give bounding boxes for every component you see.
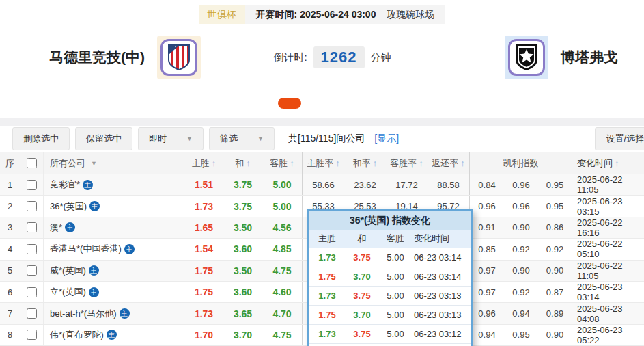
col-header-draw-rate-label: 和率 bbox=[353, 157, 371, 170]
popup-change-time: 06-23 03:14 bbox=[412, 271, 471, 282]
top-bar: 世俱杯 开赛时间: 2025-06-24 03:00 玫瑰碗球场 bbox=[0, 5, 644, 24]
draw-rate: 23.62 bbox=[344, 174, 386, 195]
company-cell[interactable]: 澳* 主 bbox=[44, 217, 184, 238]
popup-draw-odds: 3.75 bbox=[346, 252, 378, 263]
popup-col-home: 主胜 bbox=[309, 232, 346, 245]
sort-up-icon: ↑ bbox=[615, 158, 619, 168]
sort-up-icon: ↑ bbox=[246, 158, 251, 168]
change-time: 2025-06-23 04:08 bbox=[572, 303, 644, 323]
row-checkbox[interactable] bbox=[27, 201, 37, 211]
company-name: 伟*(直布罗陀) bbox=[50, 329, 104, 341]
col-header-away-odds[interactable]: 客胜↑ bbox=[262, 152, 303, 174]
home-team: 马德里竞技(中) bbox=[49, 36, 201, 79]
popup-row: 1.73 3.75 5.00 06-23 03:14 bbox=[309, 248, 471, 267]
kickoff-time: 开赛时间: 2025-06-24 03:00 bbox=[245, 5, 386, 24]
company-cell[interactable]: 36*(英国) 主 bbox=[44, 196, 184, 216]
company-cell[interactable]: 竞彩官* 主 bbox=[44, 174, 184, 195]
instant-dropdown[interactable]: 即时▼ bbox=[138, 127, 204, 150]
row-checkbox[interactable] bbox=[27, 287, 37, 297]
delete-selected-button[interactable]: 删除选中 bbox=[12, 127, 70, 150]
popup-change-time: 06-23 03:13 bbox=[412, 291, 471, 301]
company-cell[interactable]: 香港马*(中国香港) 主 bbox=[44, 239, 184, 259]
company-cell[interactable]: bet-at-h*(马尔他) 主 bbox=[44, 303, 184, 323]
select-all-checkbox[interactable] bbox=[27, 158, 37, 168]
row-checkbox[interactable] bbox=[27, 330, 37, 340]
col-header-draw-odds[interactable]: 和↑ bbox=[223, 152, 262, 174]
row-checkbox[interactable] bbox=[27, 244, 37, 254]
return-rate: 88.58 bbox=[428, 174, 470, 195]
away-odds: 4.56 bbox=[262, 217, 303, 238]
atletico-madrid-logo bbox=[160, 39, 197, 76]
popup-change-time: 06-23 03:14 bbox=[412, 252, 471, 263]
popup-home-odds: 1.73 bbox=[309, 252, 346, 263]
kelly-home: 0.91 bbox=[470, 217, 504, 238]
company-name: 威*(英国) bbox=[50, 265, 86, 277]
home-odds: 1.73 bbox=[184, 196, 223, 216]
draw-odds: 3.65 bbox=[223, 303, 262, 323]
col-header-return-rate-label: 返还率 bbox=[432, 157, 458, 170]
popup-home-odds: 1.73 bbox=[309, 329, 346, 339]
keep-selected-button[interactable]: 保留选中 bbox=[75, 127, 132, 150]
col-header-home-rate[interactable]: 主胜率↑ bbox=[303, 152, 344, 174]
popup-home-odds: 1.75 bbox=[309, 310, 346, 320]
draw-odds: 3.50 bbox=[223, 217, 262, 238]
col-header-return-rate[interactable]: 返还率↑ bbox=[428, 152, 470, 174]
home-odds: 1.65 bbox=[184, 217, 223, 238]
show-link[interactable]: [显示] bbox=[374, 133, 399, 145]
row-checkbox[interactable] bbox=[27, 265, 37, 276]
kelly-away: 0.86 bbox=[538, 217, 572, 238]
kelly-draw: 0.94 bbox=[504, 303, 538, 323]
popup-away-odds: 5.00 bbox=[378, 252, 412, 263]
row-index: 2 bbox=[0, 196, 20, 216]
change-time: 2025-06-23 05:22 bbox=[572, 325, 644, 345]
company-name: 竞彩官* bbox=[50, 178, 80, 191]
home-win-rate: 58.66 bbox=[303, 174, 344, 195]
home-badge-icon: 主 bbox=[89, 287, 99, 297]
home-odds: 1.75 bbox=[184, 261, 223, 281]
draw-odds: 3.60 bbox=[223, 239, 262, 259]
draw-odds: 3.75 bbox=[223, 174, 262, 195]
draw-odds: 3.75 bbox=[223, 196, 262, 216]
settings-select-button[interactable]: 设置/选择 bbox=[595, 127, 644, 150]
home-odds: 1.70 bbox=[184, 325, 223, 345]
row-index: 8 bbox=[0, 325, 20, 345]
popup-row: 1.73 3.75 5.00 06-23 03:13 bbox=[309, 286, 471, 305]
kickoff-label: 开赛时间: bbox=[256, 9, 298, 20]
league-badge: 世俱杯 bbox=[199, 5, 245, 24]
row-checkbox[interactable] bbox=[27, 308, 37, 319]
kelly-away: 0.90 bbox=[538, 325, 572, 345]
match-info-bar: 世俱杯 开赛时间: 2025-06-24 03:00 玫瑰碗球场 bbox=[199, 5, 446, 24]
col-header-home-odds[interactable]: 主胜↑ bbox=[184, 152, 223, 174]
kickoff-value: 2025-06-24 03:00 bbox=[300, 9, 376, 20]
popup-home-odds: 1.73 bbox=[309, 291, 346, 301]
row-index: 6 bbox=[0, 282, 20, 302]
col-header-company[interactable]: 所有公司▼ bbox=[44, 152, 184, 174]
company-cell[interactable]: 立*(英国) 主 bbox=[44, 282, 184, 302]
popup-title: 36*(英国) 指数变化 bbox=[309, 211, 471, 230]
home-badge-icon: 主 bbox=[83, 180, 93, 190]
popup-row: 1.73 3.75 5.00 06-23 03:12 bbox=[309, 324, 471, 343]
row-checkbox[interactable] bbox=[27, 222, 37, 232]
company-cell[interactable]: 威*(英国) 主 bbox=[44, 261, 184, 281]
away-team-name: 博塔弗戈 bbox=[561, 48, 618, 67]
kelly-draw: 0.90 bbox=[504, 261, 538, 281]
popup-row: 1.75 3.70 5.00 06-23 01:50 bbox=[309, 343, 471, 346]
countdown: 倒计时: 1262 分钟 bbox=[273, 46, 391, 68]
filter-dropdown[interactable]: 筛选▼ bbox=[209, 127, 275, 150]
match-header: 马德里竞技(中) 倒计时: bbox=[0, 27, 644, 88]
row-checkbox[interactable] bbox=[27, 180, 37, 190]
kelly-home: 0.85 bbox=[470, 239, 504, 259]
company-cell[interactable]: 伟*(直布罗陀) 主 bbox=[44, 325, 184, 345]
home-badge-icon: 主 bbox=[89, 201, 100, 211]
col-header-draw-rate[interactable]: 和率↑ bbox=[344, 152, 386, 174]
venue-name: 玫瑰碗球场 bbox=[385, 5, 445, 24]
col-header-away-rate-label: 客胜率 bbox=[390, 157, 417, 170]
home-team-logo-box bbox=[157, 36, 201, 79]
row-index: 7 bbox=[0, 303, 20, 323]
popup-row: 1.75 3.70 5.00 06-23 03:13 bbox=[309, 305, 471, 324]
nav-tab[interactable] bbox=[278, 98, 301, 109]
col-header-away-rate[interactable]: 客胜率↑ bbox=[386, 152, 428, 174]
away-team-logo-box bbox=[505, 36, 548, 79]
col-header-time[interactable]: 变化时间↑ bbox=[572, 152, 644, 174]
row-checkbox-cell bbox=[20, 303, 44, 323]
